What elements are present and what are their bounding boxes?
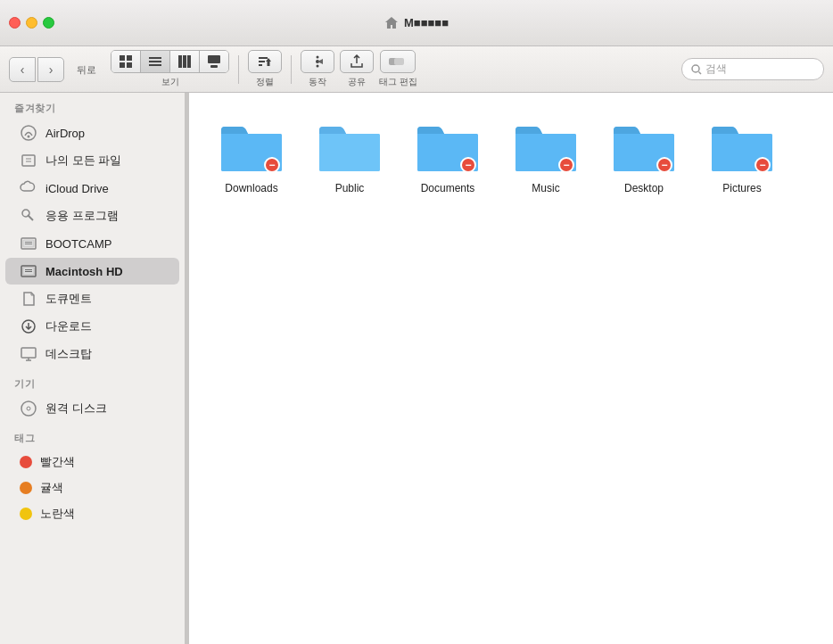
tag-button[interactable]	[380, 50, 416, 73]
forward-button[interactable]: ›	[37, 57, 64, 82]
sidebar-item-desktop-label: 데스크탑	[45, 346, 92, 362]
svg-rect-37	[25, 269, 32, 270]
all-files-icon	[20, 152, 37, 169]
folder-public[interactable]: Public	[305, 111, 394, 203]
home-icon	[384, 16, 399, 30]
back-button[interactable]: ‹	[9, 57, 36, 82]
documents-icon	[20, 290, 37, 308]
maximize-button[interactable]	[43, 17, 54, 29]
sidebar-item-desktop[interactable]: 데스크탑	[5, 341, 179, 367]
downloads-badge: −	[264, 157, 280, 173]
tag-red-label: 빨간색	[40, 454, 75, 470]
folder-public-label: Public	[335, 182, 365, 194]
svg-rect-46	[319, 134, 380, 171]
sidebar-item-all-files-label: 나의 모든 파일	[45, 153, 121, 169]
folder-documents-icon: −	[416, 120, 480, 177]
view-icon-button[interactable]	[111, 51, 141, 72]
share-button[interactable]	[340, 50, 374, 73]
action-button[interactable]	[301, 50, 334, 73]
sidebar-item-bootcamp[interactable]: BOOTCAMP	[5, 230, 179, 257]
tag-group: 태그 편집	[379, 50, 417, 88]
svg-rect-9	[187, 55, 191, 68]
sidebar-item-downloads-label: 다운로드	[45, 318, 92, 334]
toolbar-sep-1	[238, 55, 239, 84]
toolbar-sep-2	[291, 55, 292, 84]
svg-rect-2	[120, 62, 125, 68]
search-box[interactable]: 검색	[681, 58, 824, 80]
action-group: 동작	[301, 50, 334, 88]
minimize-button[interactable]	[26, 17, 37, 29]
svg-point-43	[21, 401, 36, 416]
sidebar-item-apps-label: 응용 프로그램	[45, 208, 119, 224]
search-icon	[691, 64, 702, 75]
window-title: M■■■■■	[384, 16, 449, 30]
view-column-button[interactable]	[170, 51, 200, 72]
sort-button[interactable]	[248, 50, 282, 73]
downloads-icon	[20, 318, 37, 335]
view-list-button[interactable]	[141, 51, 170, 72]
svg-rect-7	[178, 55, 182, 68]
svg-marker-15	[266, 58, 271, 66]
sidebar-item-macintosh-hd-label: Macintosh HD	[45, 265, 123, 278]
folder-documents[interactable]: − Documents	[403, 111, 492, 203]
icloud-icon	[20, 179, 37, 197]
sidebar-item-remote-disk-label: 원격 디스크	[45, 400, 107, 417]
sidebar-item-tag-yellow[interactable]: 노란색	[5, 501, 179, 526]
sidebar-item-icloud[interactable]: iCloud Drive	[5, 175, 179, 202]
close-button[interactable]	[9, 17, 21, 29]
title-text: M■■■■■	[404, 16, 449, 29]
sidebar-item-tag-red[interactable]: 빨간색	[5, 450, 179, 475]
svg-rect-0	[120, 55, 125, 61]
sidebar-item-documents[interactable]: 도큐멘트	[5, 285, 179, 312]
folder-desktop[interactable]: − Desktop	[599, 111, 689, 203]
cd-icon	[20, 400, 37, 417]
svg-rect-21	[394, 58, 404, 65]
folder-public-icon	[318, 120, 382, 177]
folder-downloads-label: Downloads	[225, 182, 277, 194]
tag-yellow-dot	[20, 508, 32, 520]
folder-music[interactable]: − Music	[501, 111, 590, 203]
sidebar-item-all-files[interactable]: 나의 모든 파일	[5, 147, 179, 174]
sidebar-item-downloads[interactable]: 다운로드	[5, 313, 179, 340]
desktop-icon	[20, 345, 37, 363]
folder-pictures[interactable]: − Pictures	[697, 111, 787, 203]
favorites-label: 즐겨찾기	[0, 93, 185, 119]
sidebar-item-macintosh-hd[interactable]: Macintosh HD	[5, 258, 179, 285]
folder-music-icon: −	[514, 120, 578, 177]
svg-rect-8	[183, 55, 186, 68]
svg-rect-4	[149, 57, 161, 59]
tag-red-dot	[20, 456, 32, 468]
sidebar-item-remote-disk[interactable]: 원격 디스크	[5, 395, 179, 422]
music-badge: −	[558, 157, 574, 173]
sidebar-item-airdrop[interactable]: AirDrop	[5, 120, 179, 146]
view-group: 보기	[111, 50, 229, 88]
title-bar: M■■■■■	[0, 0, 833, 46]
svg-rect-3	[127, 62, 132, 68]
svg-rect-10	[208, 55, 220, 63]
sort-group: 정렬	[248, 50, 282, 88]
nav-buttons: ‹ ›	[9, 57, 64, 82]
folder-music-label: Music	[532, 182, 559, 194]
toolbar: ‹ › 뒤로	[0, 46, 833, 93]
svg-rect-38	[25, 271, 32, 272]
sidebar-item-apps[interactable]: 응용 프로그램	[5, 202, 179, 229]
files-grid: − Downloads Public	[207, 111, 815, 203]
svg-rect-12	[259, 57, 268, 59]
sidebar-item-bootcamp-label: BOOTCAMP	[45, 237, 111, 251]
folder-downloads[interactable]: − Downloads	[207, 111, 296, 203]
sort-label: 정렬	[256, 76, 274, 88]
sidebar-item-tag-orange[interactable]: 귤색	[5, 475, 179, 500]
bootcamp-icon	[20, 235, 37, 252]
desktop-badge: −	[656, 157, 672, 173]
documents-badge: −	[460, 157, 476, 173]
svg-rect-13	[259, 61, 265, 62]
svg-rect-5	[149, 61, 161, 62]
share-label: 공유	[348, 76, 366, 88]
search-placeholder: 검색	[705, 62, 727, 77]
folder-pictures-label: Pictures	[722, 182, 761, 194]
svg-rect-40	[21, 348, 36, 358]
svg-rect-1	[127, 55, 132, 61]
svg-rect-33	[25, 242, 32, 243]
view-gallery-button[interactable]	[200, 51, 228, 72]
folder-desktop-icon: −	[612, 120, 676, 177]
